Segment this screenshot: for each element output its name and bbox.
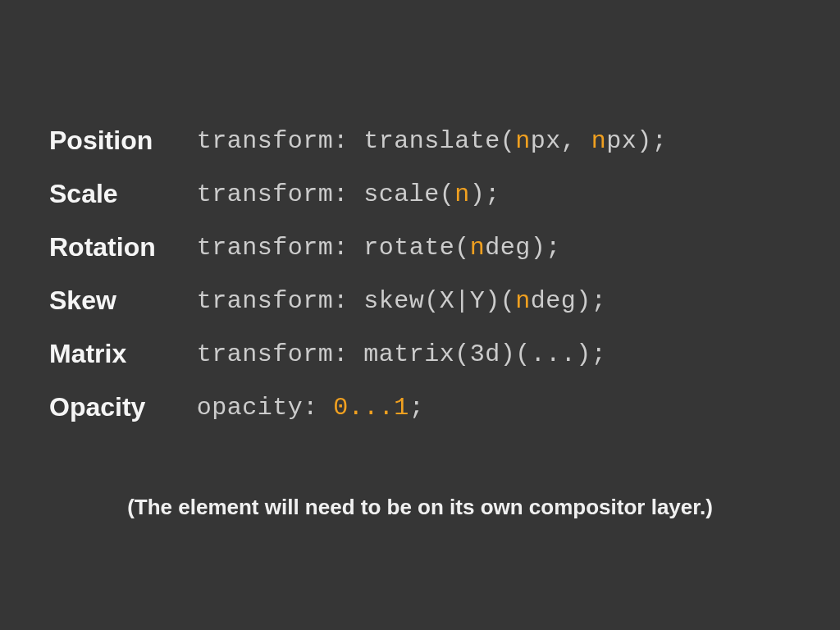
code-text: opacity: bbox=[197, 394, 334, 422]
code-text: px); bbox=[606, 127, 667, 155]
code-text: transform: translate( bbox=[197, 127, 516, 155]
table-row: Scaletransform: scale(n); bbox=[49, 179, 667, 209]
code-text: transform: rotate( bbox=[197, 234, 470, 262]
footnote: (The element will need to be on its own … bbox=[49, 495, 791, 520]
code-text: transform: skew(X|Y)( bbox=[197, 287, 516, 315]
code-text: deg); bbox=[485, 234, 561, 262]
code-highlight: n bbox=[591, 127, 607, 155]
code-highlight: n bbox=[470, 234, 486, 262]
table-row: Positiontransform: translate(npx, npx); bbox=[49, 126, 667, 156]
code-highlight: 0...1 bbox=[333, 394, 409, 422]
property-label: Skew bbox=[49, 285, 197, 316]
property-label: Position bbox=[49, 126, 197, 156]
table-row: Matrixtransform: matrix(3d)(...); bbox=[49, 339, 667, 369]
table-row: Skewtransform: skew(X|Y)(ndeg); bbox=[49, 285, 667, 316]
code-text: px, bbox=[531, 127, 591, 155]
property-label: Scale bbox=[49, 179, 197, 209]
code-text: ; bbox=[409, 394, 425, 422]
code-snippet: opacity: 0...1; bbox=[197, 392, 668, 422]
property-label: Opacity bbox=[49, 392, 197, 422]
code-snippet: transform: matrix(3d)(...); bbox=[197, 339, 668, 369]
code-text: transform: scale( bbox=[197, 180, 455, 208]
code-highlight: n bbox=[515, 287, 531, 315]
code-text: ); bbox=[470, 180, 500, 208]
code-snippet: transform: translate(npx, npx); bbox=[197, 126, 668, 156]
table-row: Opacityopacity: 0...1; bbox=[49, 392, 667, 422]
code-text: deg); bbox=[531, 287, 607, 315]
code-highlight: n bbox=[515, 127, 531, 155]
code-snippet: transform: rotate(ndeg); bbox=[197, 232, 668, 262]
code-snippet: transform: skew(X|Y)(ndeg); bbox=[197, 285, 668, 316]
table-row: Rotationtransform: rotate(ndeg); bbox=[49, 232, 667, 262]
code-text: transform: matrix(3d)(...); bbox=[197, 340, 607, 368]
property-label: Matrix bbox=[49, 339, 197, 369]
property-label: Rotation bbox=[49, 232, 197, 262]
code-highlight: n bbox=[454, 180, 470, 208]
transform-table: Positiontransform: translate(npx, npx);S… bbox=[49, 103, 667, 445]
code-snippet: transform: scale(n); bbox=[197, 179, 668, 209]
